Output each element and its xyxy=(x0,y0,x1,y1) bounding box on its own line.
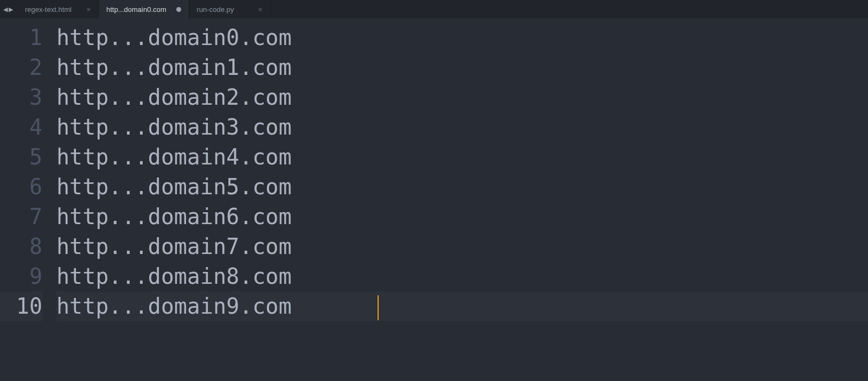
editor-line[interactable]: http...domain7.com xyxy=(56,232,868,262)
editor-area[interactable]: 1 2 3 4 5 6 7 8 9 10 http...domain0.com … xyxy=(0,18,868,381)
editor-line[interactable]: http...domain1.com xyxy=(56,53,868,82)
tab-label: regex-text.html xyxy=(25,5,72,14)
line-number: 6 xyxy=(0,172,42,202)
line-number: 1 xyxy=(0,23,42,53)
line-number: 5 xyxy=(0,142,42,172)
tab-label: run-code.py xyxy=(197,5,234,14)
text-cursor xyxy=(378,295,379,320)
tab-nav-arrows: ◀ ▶ xyxy=(0,0,17,18)
line-number: 9 xyxy=(0,262,42,291)
line-number: 7 xyxy=(0,202,42,232)
editor-line[interactable]: http...domain2.com xyxy=(56,82,868,112)
editor-line[interactable]: http...domain3.com xyxy=(56,112,868,142)
nav-next-icon[interactable]: ▶ xyxy=(9,7,13,12)
nav-prev-icon[interactable]: ◀ xyxy=(3,7,8,12)
line-number: 8 xyxy=(0,232,42,262)
tab-regex-text[interactable]: regex-text.html × xyxy=(17,0,99,18)
line-number: 3 xyxy=(0,82,42,112)
line-number: 10 xyxy=(0,291,42,321)
editor-line[interactable]: http...domain5.com xyxy=(56,172,868,202)
close-icon[interactable]: × xyxy=(86,6,91,13)
editor-line[interactable]: http...domain4.com xyxy=(56,142,868,172)
close-icon[interactable]: × xyxy=(258,6,263,13)
tab-run-code[interactable]: run-code.py × xyxy=(189,0,271,18)
modified-dot-icon[interactable] xyxy=(176,7,181,12)
line-number: 4 xyxy=(0,112,42,142)
tab-bar: ◀ ▶ regex-text.html × http...domain0.com… xyxy=(0,0,868,18)
tab-label: http...domain0.com xyxy=(106,5,167,14)
line-number-gutter: 1 2 3 4 5 6 7 8 9 10 xyxy=(0,23,52,381)
editor-content[interactable]: http...domain0.com http...domain1.com ht… xyxy=(52,23,868,381)
editor-line[interactable]: http...domain6.com xyxy=(56,202,868,232)
editor-line[interactable]: http...domain0.com xyxy=(56,23,868,53)
line-number: 2 xyxy=(0,53,42,82)
editor-line[interactable]: http...domain8.com xyxy=(56,262,868,291)
tab-domain0[interactable]: http...domain0.com xyxy=(99,0,189,18)
editor-line[interactable]: http...domain9.com xyxy=(56,291,868,321)
